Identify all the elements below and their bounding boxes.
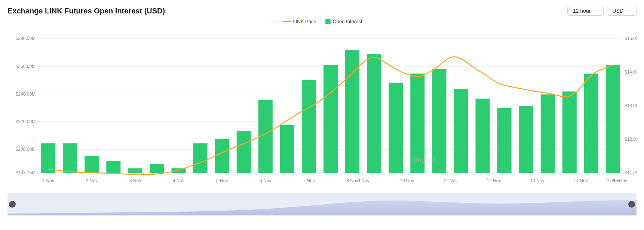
bar-14nov-a bbox=[519, 106, 533, 173]
bar-1nov-a bbox=[41, 143, 55, 173]
bar-13nov-a bbox=[475, 99, 490, 173]
svg-text:6 Nov: 6 Nov bbox=[260, 178, 271, 183]
bar-7nov-a bbox=[215, 139, 229, 173]
svg-text:16 Nov: 16 Nov bbox=[613, 178, 627, 183]
svg-text:$200.00M: $200.00M bbox=[16, 147, 36, 152]
legend-label-open-interest: Open Interest bbox=[333, 19, 362, 24]
bar-10nov-b bbox=[367, 54, 381, 173]
svg-text:8 Nov: 8 Nov bbox=[346, 178, 358, 183]
svg-text:9 Nov: 9 Nov bbox=[358, 178, 369, 183]
bar-14nov-b bbox=[541, 94, 555, 173]
minimap[interactable] bbox=[7, 193, 637, 215]
bar-12nov-b bbox=[454, 89, 468, 173]
svg-text:$280.00M: $280.00M bbox=[16, 36, 36, 41]
bar-16nov-a bbox=[606, 65, 620, 173]
svg-text:$183.75M: $183.75M bbox=[16, 170, 36, 175]
legend-line-icon bbox=[282, 19, 291, 24]
chart-legend: LINK Price Open Interest bbox=[7, 19, 637, 24]
bar-15nov-a bbox=[562, 91, 577, 173]
bar-3nov-a bbox=[85, 156, 99, 173]
svg-text:⬡ coinglass: ⬡ coinglass bbox=[402, 156, 436, 163]
svg-text:11 Nov: 11 Nov bbox=[443, 178, 457, 183]
svg-text:1 Nov: 1 Nov bbox=[42, 178, 54, 183]
legend-label-link-price: LINK Price bbox=[293, 19, 316, 24]
minimap-right-handle[interactable] bbox=[628, 201, 635, 208]
svg-text:$11.00: $11.00 bbox=[625, 170, 637, 175]
svg-text:$15.00: $15.00 bbox=[625, 36, 637, 41]
bar-5nov-b bbox=[150, 164, 164, 173]
svg-text:$14.00: $14.00 bbox=[625, 69, 637, 75]
chevron-up-down-icon: ⌃⌄ bbox=[592, 9, 598, 13]
bar-9nov-a bbox=[302, 80, 316, 173]
bar-9nov-b bbox=[323, 65, 338, 173]
bar-15nov-b bbox=[584, 74, 598, 173]
svg-text:12 Nov: 12 Nov bbox=[487, 178, 501, 183]
main-chart-svg: $280.00M $260.00M $240.00M $220.00M $200… bbox=[7, 27, 637, 192]
bar-11nov-a bbox=[389, 83, 403, 173]
interval-button[interactable]: 12 hour ⌃⌄ bbox=[567, 6, 604, 16]
svg-text:13 Nov: 13 Nov bbox=[530, 178, 545, 183]
svg-text:2 Nov: 2 Nov bbox=[86, 178, 98, 183]
legend-item-open-interest: Open Interest bbox=[325, 19, 362, 24]
minimap-fill-path bbox=[7, 200, 637, 215]
bar-7nov-b bbox=[237, 131, 251, 173]
bar-5nov-a bbox=[128, 168, 142, 173]
svg-text:4 Nov: 4 Nov bbox=[173, 178, 184, 183]
chart-title: Exchange LINK Futures Open Interest (USD… bbox=[7, 7, 165, 15]
legend-bar-icon bbox=[325, 19, 331, 24]
bar-8nov-b bbox=[280, 125, 294, 173]
minimap-left-handle[interactable] bbox=[9, 201, 16, 208]
bar-4nov-a bbox=[106, 161, 120, 173]
bar-2nov-a bbox=[63, 143, 77, 173]
svg-text:$260.00M: $260.00M bbox=[16, 64, 36, 69]
svg-text:$13.00: $13.00 bbox=[625, 103, 637, 108]
bar-13nov-b bbox=[497, 108, 512, 173]
svg-text:3 Nov: 3 Nov bbox=[129, 178, 141, 183]
svg-text:10 Nov: 10 Nov bbox=[400, 178, 414, 183]
bar-6nov-b bbox=[193, 143, 208, 173]
minimap-svg bbox=[7, 193, 637, 215]
controls: 12 hour ⌃⌄ USD ⌃⌄ bbox=[567, 6, 637, 16]
svg-text:$220.00M: $220.00M bbox=[16, 119, 36, 124]
svg-text:5 Nov: 5 Nov bbox=[216, 178, 228, 183]
currency-button[interactable]: USD ⌃⌄ bbox=[607, 6, 637, 16]
svg-text:$12.00: $12.00 bbox=[625, 137, 637, 142]
legend-item-link-price: LINK Price bbox=[282, 19, 316, 24]
chevron-up-down-icon: ⌃⌄ bbox=[625, 9, 631, 13]
svg-text:14 Nov: 14 Nov bbox=[574, 178, 588, 183]
chart-container: Exchange LINK Futures Open Interest (USD… bbox=[0, 0, 644, 230]
svg-text:7 Nov: 7 Nov bbox=[303, 178, 315, 183]
svg-text:$240.00M: $240.00M bbox=[16, 91, 36, 97]
header-row: Exchange LINK Futures Open Interest (USD… bbox=[7, 6, 637, 16]
chart-area: $280.00M $260.00M $240.00M $220.00M $200… bbox=[7, 27, 637, 192]
